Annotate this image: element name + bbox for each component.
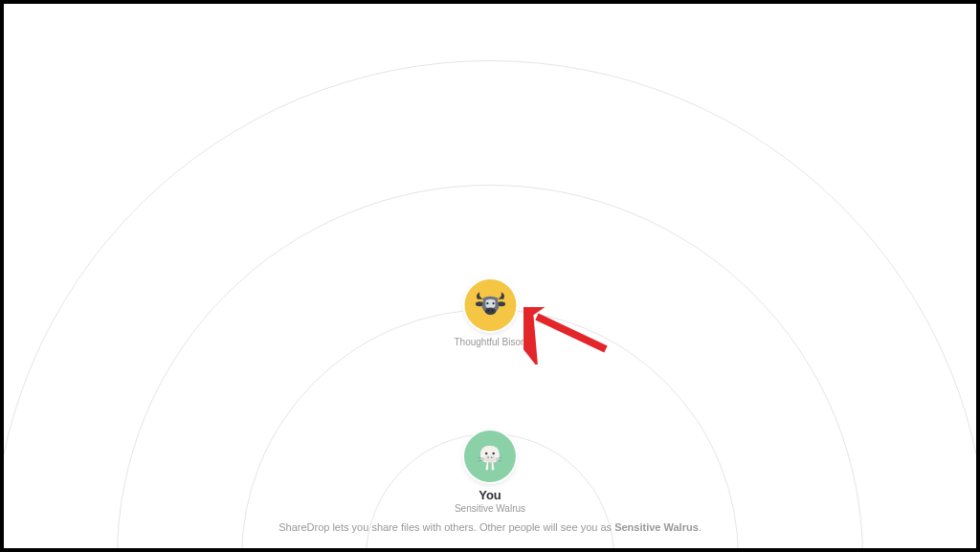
- footer-help-text: ShareDrop lets you share files with othe…: [4, 521, 976, 533]
- self-title-label: You: [479, 488, 501, 502]
- self-alias-label: Sensitive Walrus: [455, 503, 525, 514]
- svg-point-5: [487, 310, 489, 312]
- svg-point-4: [484, 308, 495, 316]
- footer-prefix: ShareDrop lets you share files with othe…: [278, 521, 614, 533]
- svg-point-7: [485, 453, 488, 455]
- svg-point-10: [487, 457, 489, 459]
- bison-icon: [471, 286, 509, 324]
- peer-remote[interactable]: Thoughtful Bison: [454, 279, 525, 347]
- svg-point-8: [492, 453, 495, 455]
- footer-suffix: .: [699, 521, 702, 533]
- svg-point-2: [486, 302, 488, 304]
- svg-point-3: [492, 302, 494, 304]
- footer-alias: Sensitive Walrus: [614, 521, 699, 533]
- peer-name-label: Thoughtful Bison: [454, 337, 525, 347]
- walrus-icon: [471, 437, 509, 475]
- bison-avatar-icon: [464, 279, 516, 331]
- peer-self: You Sensitive Walrus: [455, 431, 525, 514]
- svg-point-6: [491, 310, 493, 312]
- svg-point-9: [484, 455, 497, 463]
- svg-point-11: [491, 457, 493, 459]
- app-frame: Thoughtful Bison: [0, 0, 980, 552]
- walrus-avatar-icon: [464, 431, 516, 482]
